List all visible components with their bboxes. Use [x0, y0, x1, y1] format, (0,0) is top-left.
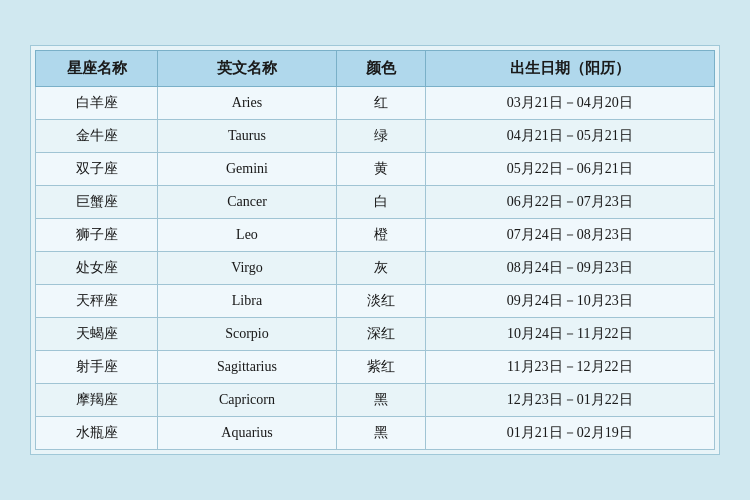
- table-row: 白羊座Aries红03月21日－04月20日: [36, 87, 715, 120]
- table-row: 天蝎座Scorpio深红10月24日－11月22日: [36, 318, 715, 351]
- table-row: 水瓶座Aquarius黑01月21日－02月19日: [36, 417, 715, 450]
- cell-date: 07月24日－08月23日: [425, 219, 714, 252]
- zodiac-table-container: 星座名称 英文名称 颜色 出生日期（阳历） 白羊座Aries红03月21日－04…: [30, 45, 720, 455]
- cell-en: Libra: [158, 285, 336, 318]
- cell-date: 10月24日－11月22日: [425, 318, 714, 351]
- cell-cn: 巨蟹座: [36, 186, 158, 219]
- zodiac-table: 星座名称 英文名称 颜色 出生日期（阳历） 白羊座Aries红03月21日－04…: [35, 50, 715, 450]
- cell-en: Aries: [158, 87, 336, 120]
- cell-cn: 水瓶座: [36, 417, 158, 450]
- cell-cn: 摩羯座: [36, 384, 158, 417]
- cell-color: 红: [336, 87, 425, 120]
- cell-cn: 金牛座: [36, 120, 158, 153]
- cell-color: 深红: [336, 318, 425, 351]
- cell-date: 01月21日－02月19日: [425, 417, 714, 450]
- table-row: 天秤座Libra淡红09月24日－10月23日: [36, 285, 715, 318]
- cell-color: 紫红: [336, 351, 425, 384]
- cell-date: 05月22日－06月21日: [425, 153, 714, 186]
- cell-date: 09月24日－10月23日: [425, 285, 714, 318]
- cell-color: 黑: [336, 417, 425, 450]
- cell-en: Aquarius: [158, 417, 336, 450]
- header-color: 颜色: [336, 51, 425, 87]
- cell-cn: 天秤座: [36, 285, 158, 318]
- cell-cn: 射手座: [36, 351, 158, 384]
- cell-en: Virgo: [158, 252, 336, 285]
- cell-color: 淡红: [336, 285, 425, 318]
- cell-cn: 狮子座: [36, 219, 158, 252]
- header-cn: 星座名称: [36, 51, 158, 87]
- cell-date: 11月23日－12月22日: [425, 351, 714, 384]
- cell-color: 橙: [336, 219, 425, 252]
- table-row: 双子座Gemini黄05月22日－06月21日: [36, 153, 715, 186]
- cell-color: 黄: [336, 153, 425, 186]
- table-row: 射手座Sagittarius紫红11月23日－12月22日: [36, 351, 715, 384]
- table-row: 狮子座Leo橙07月24日－08月23日: [36, 219, 715, 252]
- cell-date: 04月21日－05月21日: [425, 120, 714, 153]
- cell-en: Sagittarius: [158, 351, 336, 384]
- cell-date: 08月24日－09月23日: [425, 252, 714, 285]
- cell-date: 06月22日－07月23日: [425, 186, 714, 219]
- table-header-row: 星座名称 英文名称 颜色 出生日期（阳历）: [36, 51, 715, 87]
- table-row: 处女座Virgo灰08月24日－09月23日: [36, 252, 715, 285]
- cell-en: Leo: [158, 219, 336, 252]
- cell-cn: 白羊座: [36, 87, 158, 120]
- table-row: 金牛座Taurus绿04月21日－05月21日: [36, 120, 715, 153]
- cell-en: Taurus: [158, 120, 336, 153]
- cell-color: 绿: [336, 120, 425, 153]
- cell-cn: 天蝎座: [36, 318, 158, 351]
- cell-color: 白: [336, 186, 425, 219]
- table-row: 摩羯座Capricorn黑12月23日－01月22日: [36, 384, 715, 417]
- cell-en: Scorpio: [158, 318, 336, 351]
- cell-en: Cancer: [158, 186, 336, 219]
- cell-cn: 双子座: [36, 153, 158, 186]
- cell-date: 12月23日－01月22日: [425, 384, 714, 417]
- cell-cn: 处女座: [36, 252, 158, 285]
- cell-color: 黑: [336, 384, 425, 417]
- header-date: 出生日期（阳历）: [425, 51, 714, 87]
- cell-date: 03月21日－04月20日: [425, 87, 714, 120]
- cell-color: 灰: [336, 252, 425, 285]
- table-row: 巨蟹座Cancer白06月22日－07月23日: [36, 186, 715, 219]
- cell-en: Gemini: [158, 153, 336, 186]
- header-en: 英文名称: [158, 51, 336, 87]
- cell-en: Capricorn: [158, 384, 336, 417]
